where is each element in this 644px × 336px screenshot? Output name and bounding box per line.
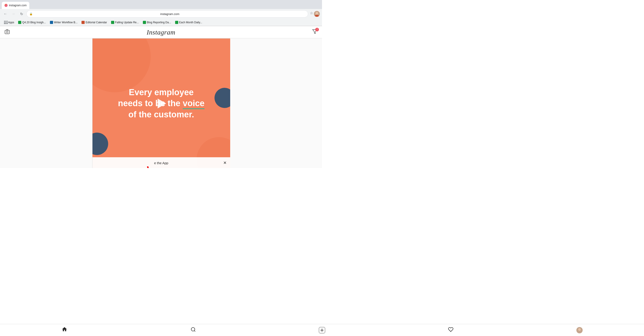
bookmark-writer-label: Writer Workflow B...	[54, 21, 78, 24]
bookmark-favicon-blog-reporting	[143, 21, 146, 24]
open-app-text: e the App	[154, 161, 168, 165]
instagram-logo: Instagram	[147, 28, 175, 36]
bookmark-favicon-each-month	[175, 21, 178, 24]
tab-bar: instagram.com	[0, 0, 322, 9]
video-text-line1: Every employee	[118, 87, 204, 98]
open-app-partial-text: e the App	[154, 161, 168, 165]
instagram-header: Instagram 2	[0, 26, 322, 38]
bookmark-favicon-falling	[111, 21, 114, 24]
bookmark-each-month[interactable]: Each Month Daily...	[173, 20, 204, 25]
instagram-content: Every employee needs to be the voice of …	[0, 38, 322, 168]
post-container: Every employee needs to be the voice of …	[92, 38, 230, 168]
bg-circle-4	[214, 88, 230, 108]
play-triangle-icon	[158, 98, 166, 108]
bookmarks-bar: Apps Q4.20 Blog Insigh... Writer Workflo…	[0, 19, 322, 26]
active-tab[interactable]: instagram.com	[2, 2, 29, 9]
bookmark-apps[interactable]: Apps	[2, 20, 16, 25]
bg-circle-3	[92, 132, 108, 155]
bookmark-each-month-label: Each Month Daily...	[179, 21, 202, 24]
bookmark-favicon-writer	[50, 21, 53, 24]
address-bar[interactable]: 🔒 instagram.com	[26, 10, 308, 18]
svg-rect-2	[5, 30, 10, 34]
bookmark-apps-label: Apps	[8, 21, 14, 24]
filter-icon-container: 2	[312, 29, 318, 36]
bookmark-falling[interactable]: Falling Update Re...	[109, 20, 140, 25]
reload-button[interactable]: ↻	[18, 11, 25, 17]
avatar-image	[314, 11, 320, 17]
camera-icon[interactable]	[4, 29, 10, 36]
video-text-line3: of the customer.	[118, 109, 204, 120]
bookmark-blog-reporting-label: Blog Reporting Da...	[147, 21, 171, 24]
url-text: instagram.com	[34, 12, 305, 16]
video-post[interactable]: Every employee needs to be the voice of …	[92, 38, 230, 168]
browser-chrome: instagram.com ← → ↻ 🔒 instagram.com ☆	[0, 0, 322, 26]
svg-point-0	[316, 12, 318, 14]
play-button[interactable]	[154, 97, 168, 110]
notification-badge: 2	[315, 28, 319, 31]
bookmark-favicon-q420	[18, 21, 21, 24]
bookmark-q420-label: Q4.20 Blog Insigh...	[22, 21, 46, 24]
nav-actions: ☆	[310, 11, 320, 17]
bookmark-editorial[interactable]: Editorial Calendar	[80, 20, 108, 25]
voice-text: voice	[183, 98, 204, 109]
navigation-bar: ← → ↻ 🔒 instagram.com ☆	[0, 9, 322, 19]
bookmark-blog-reporting[interactable]: Blog Reporting Da...	[141, 20, 173, 25]
bookmark-q420[interactable]: Q4.20 Blog Insigh...	[16, 20, 48, 25]
forward-button[interactable]: →	[10, 11, 16, 17]
post-card: Every employee needs to be the voice of …	[92, 38, 230, 168]
bookmark-falling-label: Falling Update Re...	[115, 21, 139, 24]
bookmark-writer[interactable]: Writer Workflow B...	[48, 20, 80, 25]
close-banner-button[interactable]: ✕	[223, 160, 226, 165]
open-app-banner: e the App ✕	[92, 157, 230, 168]
user-avatar[interactable]	[314, 11, 320, 17]
apps-grid-icon	[4, 21, 7, 24]
bookmark-favicon-editorial	[82, 21, 85, 24]
svg-point-3	[6, 31, 8, 33]
instagram-page: Instagram 2	[0, 26, 322, 168]
bookmark-editorial-label: Editorial Calendar	[86, 21, 107, 24]
back-button[interactable]: ←	[2, 11, 8, 17]
lock-icon: 🔒	[29, 12, 33, 16]
tab-favicon	[4, 4, 8, 7]
bookmark-star-icon[interactable]: ☆	[310, 11, 313, 17]
svg-point-1	[314, 15, 319, 17]
tab-title: instagram.com	[9, 4, 27, 7]
